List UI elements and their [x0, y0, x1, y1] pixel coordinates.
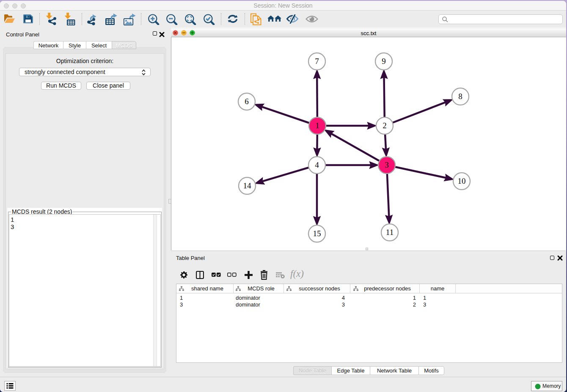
svg-text:15: 15 [313, 229, 321, 238]
svg-text:8: 8 [458, 92, 462, 101]
svg-text:9: 9 [382, 57, 386, 66]
svg-text:1: 1 [315, 121, 319, 130]
svg-text:11: 11 [386, 228, 394, 237]
svg-text:3: 3 [385, 160, 389, 169]
svg-text:4: 4 [315, 160, 319, 169]
svg-text:6: 6 [245, 97, 249, 106]
svg-text:14: 14 [243, 181, 252, 190]
svg-text:2: 2 [383, 121, 387, 130]
svg-text:7: 7 [315, 57, 319, 66]
svg-text:10: 10 [458, 177, 466, 185]
